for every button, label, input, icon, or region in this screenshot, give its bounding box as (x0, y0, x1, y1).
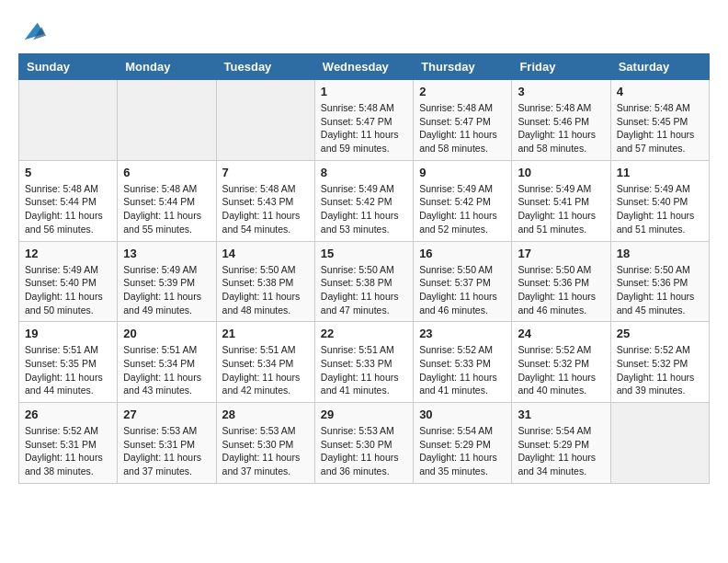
daylight-label: Daylight: 11 hours and 58 minutes. (518, 129, 596, 154)
sunrise-label: Sunrise: 5:48 AM (518, 102, 591, 113)
column-header-wednesday: Wednesday (314, 54, 413, 80)
daylight-label: Daylight: 11 hours and 39 minutes. (617, 372, 695, 396)
day-number: 19 (25, 327, 111, 340)
calendar-cell: 22 Sunrise: 5:51 AM Sunset: 5:33 PM Dayl… (314, 322, 413, 403)
day-number: 30 (419, 408, 506, 421)
daylight-label: Daylight: 11 hours and 54 minutes. (222, 210, 301, 235)
sunrise-label: Sunrise: 5:52 AM (25, 425, 98, 436)
cell-content: Sunrise: 5:50 AM Sunset: 5:36 PM Dayligh… (518, 263, 604, 317)
calendar-cell: 29 Sunrise: 5:53 AM Sunset: 5:30 PM Dayl… (314, 403, 413, 484)
cell-content: Sunrise: 5:50 AM Sunset: 5:36 PM Dayligh… (617, 263, 703, 317)
cell-content: Sunrise: 5:49 AM Sunset: 5:41 PM Dayligh… (518, 182, 604, 236)
sunrise-label: Sunrise: 5:50 AM (419, 264, 493, 275)
sunset-label: Sunset: 5:30 PM (321, 439, 392, 450)
sunset-label: Sunset: 5:47 PM (321, 116, 392, 127)
calendar-cell: 15 Sunrise: 5:50 AM Sunset: 5:38 PM Dayl… (314, 241, 413, 322)
sunrise-label: Sunrise: 5:49 AM (321, 183, 394, 194)
daylight-label: Daylight: 11 hours and 57 minutes. (617, 129, 695, 154)
sunset-label: Sunset: 5:35 PM (25, 358, 97, 369)
calendar-week-row: 5 Sunrise: 5:48 AM Sunset: 5:44 PM Dayli… (19, 160, 710, 241)
cell-content: Sunrise: 5:52 AM Sunset: 5:32 PM Dayligh… (518, 343, 604, 397)
sunset-label: Sunset: 5:34 PM (222, 358, 294, 369)
calendar-cell: 3 Sunrise: 5:48 AM Sunset: 5:46 PM Dayli… (512, 80, 610, 161)
sunrise-label: Sunrise: 5:48 AM (419, 102, 493, 113)
cell-content: Sunrise: 5:53 AM Sunset: 5:30 PM Dayligh… (222, 424, 309, 478)
daylight-label: Daylight: 11 hours and 37 minutes. (222, 452, 301, 477)
sunset-label: Sunset: 5:29 PM (518, 439, 589, 450)
sunset-label: Sunset: 5:47 PM (419, 116, 491, 127)
calendar-week-row: 1 Sunrise: 5:48 AM Sunset: 5:47 PM Dayli… (19, 80, 710, 161)
cell-content: Sunrise: 5:53 AM Sunset: 5:30 PM Dayligh… (321, 424, 407, 478)
daylight-label: Daylight: 11 hours and 41 minutes. (321, 372, 399, 396)
column-header-thursday: Thursday (414, 54, 512, 80)
sunset-label: Sunset: 5:40 PM (617, 196, 688, 207)
calendar-cell: 10 Sunrise: 5:49 AM Sunset: 5:41 PM Dayl… (512, 160, 610, 241)
daylight-label: Daylight: 11 hours and 55 minutes. (123, 210, 201, 235)
sunset-label: Sunset: 5:42 PM (321, 196, 392, 207)
day-number: 29 (321, 408, 407, 421)
cell-content: Sunrise: 5:49 AM Sunset: 5:40 PM Dayligh… (25, 263, 111, 317)
sunset-label: Sunset: 5:32 PM (617, 358, 688, 369)
sunrise-label: Sunrise: 5:48 AM (321, 102, 394, 113)
calendar-cell: 14 Sunrise: 5:50 AM Sunset: 5:38 PM Dayl… (216, 241, 314, 322)
calendar-cell: 24 Sunrise: 5:52 AM Sunset: 5:32 PM Dayl… (512, 322, 610, 403)
daylight-label: Daylight: 11 hours and 40 minutes. (518, 372, 596, 396)
sunrise-label: Sunrise: 5:48 AM (222, 183, 296, 194)
cell-content: Sunrise: 5:52 AM Sunset: 5:31 PM Dayligh… (25, 424, 111, 478)
sunrise-label: Sunrise: 5:49 AM (617, 183, 690, 194)
sunrise-label: Sunrise: 5:54 AM (518, 425, 591, 436)
cell-content: Sunrise: 5:52 AM Sunset: 5:33 PM Dayligh… (419, 343, 506, 397)
sunrise-label: Sunrise: 5:51 AM (25, 344, 98, 355)
cell-content: Sunrise: 5:48 AM Sunset: 5:45 PM Dayligh… (617, 101, 703, 155)
calendar-table: SundayMondayTuesdayWednesdayThursdayFrid… (18, 53, 710, 484)
column-header-sunday: Sunday (19, 54, 118, 80)
calendar-cell: 6 Sunrise: 5:48 AM Sunset: 5:44 PM Dayli… (118, 160, 216, 241)
sunrise-label: Sunrise: 5:54 AM (419, 425, 493, 436)
sunset-label: Sunset: 5:30 PM (222, 439, 294, 450)
sunrise-label: Sunrise: 5:50 AM (222, 264, 296, 275)
day-number: 3 (518, 85, 604, 98)
calendar-cell: 5 Sunrise: 5:48 AM Sunset: 5:44 PM Dayli… (19, 160, 118, 241)
cell-content: Sunrise: 5:48 AM Sunset: 5:47 PM Dayligh… (321, 101, 407, 155)
cell-content: Sunrise: 5:53 AM Sunset: 5:31 PM Dayligh… (123, 424, 210, 478)
cell-content: Sunrise: 5:48 AM Sunset: 5:43 PM Dayligh… (222, 182, 309, 236)
daylight-label: Daylight: 11 hours and 46 minutes. (419, 291, 497, 316)
sunrise-label: Sunrise: 5:48 AM (123, 183, 197, 194)
day-number: 12 (25, 247, 111, 260)
sunrise-label: Sunrise: 5:53 AM (222, 425, 296, 436)
day-number: 1 (321, 85, 407, 98)
day-number: 8 (321, 166, 407, 179)
daylight-label: Daylight: 11 hours and 35 minutes. (419, 452, 497, 477)
day-number: 14 (222, 247, 309, 260)
sunset-label: Sunset: 5:40 PM (25, 277, 97, 288)
calendar-cell (216, 80, 314, 161)
day-number: 6 (123, 166, 210, 179)
sunset-label: Sunset: 5:33 PM (321, 358, 392, 369)
sunset-label: Sunset: 5:36 PM (617, 277, 688, 288)
sunrise-label: Sunrise: 5:49 AM (518, 183, 591, 194)
daylight-label: Daylight: 11 hours and 48 minutes. (222, 291, 301, 316)
calendar-cell: 8 Sunrise: 5:49 AM Sunset: 5:42 PM Dayli… (314, 160, 413, 241)
day-number: 5 (25, 166, 111, 179)
cell-content: Sunrise: 5:49 AM Sunset: 5:39 PM Dayligh… (123, 263, 210, 317)
cell-content: Sunrise: 5:54 AM Sunset: 5:29 PM Dayligh… (419, 424, 506, 478)
sunrise-label: Sunrise: 5:51 AM (321, 344, 394, 355)
sunset-label: Sunset: 5:44 PM (123, 196, 195, 207)
daylight-label: Daylight: 11 hours and 49 minutes. (123, 291, 201, 316)
day-number: 18 (617, 247, 703, 260)
sunrise-label: Sunrise: 5:52 AM (518, 344, 591, 355)
sunrise-label: Sunrise: 5:52 AM (617, 344, 690, 355)
calendar-body: 1 Sunrise: 5:48 AM Sunset: 5:47 PM Dayli… (19, 80, 710, 484)
sunrise-label: Sunrise: 5:50 AM (617, 264, 690, 275)
calendar-cell: 17 Sunrise: 5:50 AM Sunset: 5:36 PM Dayl… (512, 241, 610, 322)
column-header-friday: Friday (512, 54, 610, 80)
daylight-label: Daylight: 11 hours and 59 minutes. (321, 129, 399, 154)
calendar-cell: 20 Sunrise: 5:51 AM Sunset: 5:34 PM Dayl… (118, 322, 216, 403)
day-number: 20 (123, 327, 210, 340)
daylight-label: Daylight: 11 hours and 37 minutes. (123, 452, 201, 477)
day-number: 2 (419, 85, 506, 98)
calendar-cell (19, 80, 118, 161)
sunrise-label: Sunrise: 5:52 AM (419, 344, 493, 355)
daylight-label: Daylight: 11 hours and 56 minutes. (25, 210, 103, 235)
logo (18, 18, 46, 44)
